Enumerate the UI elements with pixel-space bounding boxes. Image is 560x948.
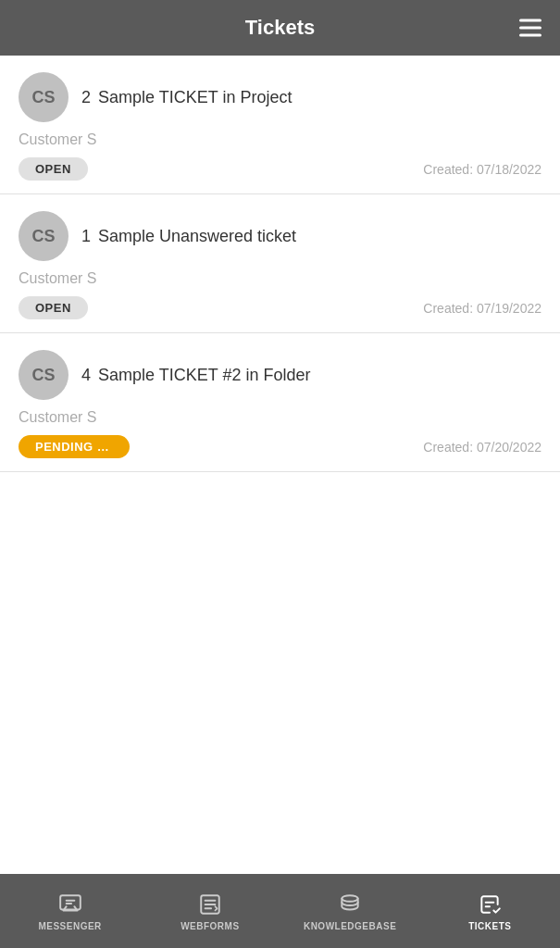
tickets-list: CS 2 Sample TICKET in Project Customer S… <box>0 56 560 874</box>
nav-item-webforms[interactable]: WEBFORMS <box>140 874 280 948</box>
ticket-info: 4 Sample TICKET #2 in Folder <box>81 366 541 385</box>
bottom-navigation: MESSENGER WEBFORMS KNOWLEDGEBASE <box>0 874 560 948</box>
ticket-row-top: CS 2 Sample TICKET in Project <box>19 72 541 122</box>
ticket-number: 1 <box>81 227 91 246</box>
nav-label-knowledgebase: KNOWLEDGEBASE <box>304 921 396 931</box>
ticket-title: Sample TICKET #2 in Folder <box>98 366 310 385</box>
ticket-item[interactable]: CS 4 Sample TICKET #2 in Folder Customer… <box>0 333 560 472</box>
messenger-icon <box>57 892 83 917</box>
app-header: Tickets <box>0 0 560 56</box>
ticket-customer: Customer S <box>19 409 541 426</box>
nav-item-knowledgebase[interactable]: KNOWLEDGEBASE <box>280 874 420 948</box>
ticket-info: 1 Sample Unanswered ticket <box>81 227 541 246</box>
ticket-date: Created: 07/20/2022 <box>423 440 541 455</box>
ticket-customer: Customer S <box>19 131 541 148</box>
knowledgebase-icon <box>337 892 363 917</box>
ticket-customer: Customer S <box>19 270 541 287</box>
ticket-number: 4 <box>81 366 91 385</box>
ticket-row-top: CS 4 Sample TICKET #2 in Folder <box>19 350 541 400</box>
nav-label-tickets: TICKETS <box>468 921 511 931</box>
nav-label-webforms: WEBFORMS <box>180 921 239 931</box>
status-badge: PENDING C... <box>19 435 130 458</box>
ticket-footer: OPEN Created: 07/19/2022 <box>19 296 541 319</box>
svg-rect-0 <box>60 895 81 909</box>
page-title: Tickets <box>245 16 315 40</box>
status-badge: OPEN <box>19 157 88 181</box>
ticket-item[interactable]: CS 1 Sample Unanswered ticket Customer S… <box>0 194 560 333</box>
nav-item-tickets[interactable]: TICKETS <box>420 874 560 948</box>
ticket-title: Sample Unanswered ticket <box>98 227 296 246</box>
ticket-footer: OPEN Created: 07/18/2022 <box>19 157 541 181</box>
ticket-date: Created: 07/18/2022 <box>423 162 541 177</box>
svg-point-7 <box>342 895 357 902</box>
menu-button[interactable] <box>519 19 541 37</box>
ticket-title: Sample TICKET in Project <box>98 88 292 107</box>
ticket-row-top: CS 1 Sample Unanswered ticket <box>19 211 541 261</box>
webforms-icon <box>197 892 223 917</box>
avatar: CS <box>19 350 68 400</box>
ticket-date: Created: 07/19/2022 <box>423 301 541 316</box>
ticket-footer: PENDING C... Created: 07/20/2022 <box>19 435 541 458</box>
ticket-number: 2 <box>81 88 91 107</box>
tickets-icon <box>477 892 503 917</box>
status-badge: OPEN <box>19 296 88 319</box>
avatar: CS <box>19 211 68 261</box>
ticket-info: 2 Sample TICKET in Project <box>81 88 541 107</box>
nav-item-messenger[interactable]: MESSENGER <box>0 874 140 948</box>
ticket-item[interactable]: CS 2 Sample TICKET in Project Customer S… <box>0 56 560 194</box>
avatar: CS <box>19 72 68 122</box>
nav-label-messenger: MESSENGER <box>38 921 101 931</box>
